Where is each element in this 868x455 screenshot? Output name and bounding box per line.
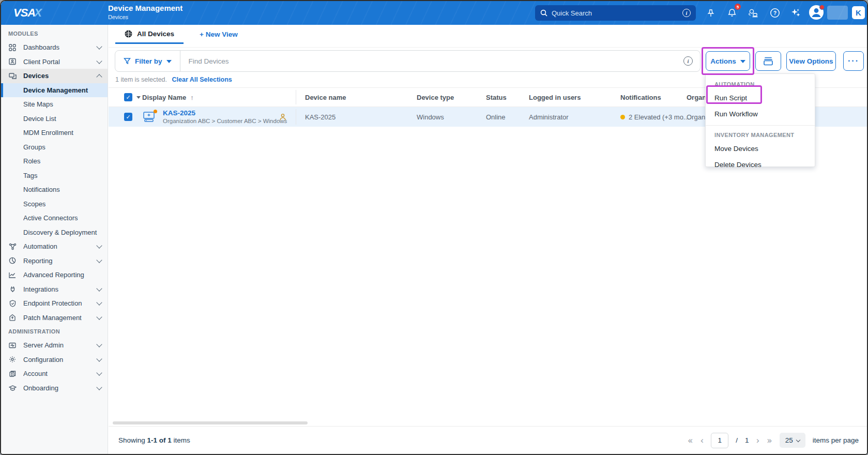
sidebar-item-reporting[interactable]: Reporting <box>1 254 108 268</box>
chevron-down-icon <box>96 58 102 64</box>
device-name-link[interactable]: KAS-2025 <box>163 109 287 117</box>
select-caret-icon[interactable] <box>136 96 141 99</box>
last-page-button[interactable]: » <box>767 435 772 446</box>
shield-check-icon <box>8 299 17 308</box>
chevron-down-icon <box>96 44 102 50</box>
automation-icon <box>8 242 17 251</box>
gear-icon <box>8 355 17 363</box>
sidebar-item-device-list[interactable]: Device List <box>1 112 108 126</box>
column-notifications[interactable]: Notifications <box>620 88 661 107</box>
sidebar-label: MDM Enrollment <box>23 129 101 136</box>
help-icon[interactable]: ? <box>768 6 782 20</box>
sidebar-section-administration: ADMINISTRATION <box>1 325 108 338</box>
sidebar-label: Account <box>23 370 97 377</box>
line-chart-icon <box>8 271 17 279</box>
saved-views-button[interactable] <box>755 51 781 71</box>
column-divider <box>296 109 296 125</box>
clear-all-selections-link[interactable]: Clear All Selections <box>172 76 232 83</box>
remote-control-icon[interactable] <box>746 6 760 20</box>
column-logged-in-users[interactable]: Logged in users <box>529 88 581 107</box>
filter-by-dropdown[interactable]: Filter by <box>115 51 180 71</box>
sidebar-item-tags[interactable]: Tags <box>1 169 108 183</box>
sidebar-item-advanced-reporting[interactable]: Advanced Reporting <box>1 268 108 282</box>
logo-x: X <box>34 6 41 20</box>
sidebar-label: Onboarding <box>23 384 97 392</box>
sidebar-item-integrations[interactable]: Integrations <box>1 282 108 297</box>
ai-sparkles-icon[interactable] <box>788 6 803 20</box>
prev-page-button[interactable]: ‹ <box>700 435 704 446</box>
sidebar-item-active-connectors[interactable]: Active Connectors <box>1 211 108 225</box>
column-display-name[interactable]: Display Name↑ <box>142 88 194 107</box>
sidebar-label: Endpoint Protection <box>23 299 97 307</box>
current-page-input[interactable]: 1 <box>711 433 728 448</box>
menu-item-delete-devices[interactable]: Delete Devices <box>706 157 815 173</box>
sort-asc-icon[interactable]: ↑ <box>190 94 194 101</box>
chevron-down-icon <box>96 314 102 320</box>
showing-items-text: Showing 1-1 of 1 items <box>118 436 190 444</box>
sidebar-item-discovery-deployment[interactable]: Discovery & Deployment <box>1 225 108 240</box>
svg-text:?: ? <box>773 10 776 16</box>
column-device-name[interactable]: Device name <box>305 88 346 107</box>
sidebar-item-devices[interactable]: Devices <box>1 69 108 83</box>
horizontal-scrollbar[interactable] <box>113 421 308 424</box>
sidebar-item-mdm-enrollment[interactable]: MDM Enrollment <box>1 126 108 140</box>
kaseya-logo[interactable]: K <box>852 6 865 19</box>
sidebar-item-account[interactable]: Account <box>1 367 108 381</box>
next-page-button[interactable]: › <box>756 435 759 446</box>
sidebar-item-onboarding[interactable]: Onboarding <box>1 381 108 396</box>
dashboards-grid-icon <box>8 43 17 52</box>
menu-section-inventory: INVENTORY MANAGEMENT <box>706 129 815 141</box>
cell-logged-in-users: Administrator <box>529 107 569 127</box>
sidebar-label: Discovery & Deployment <box>23 229 101 236</box>
sidebar-section-modules: MODULES <box>1 27 108 40</box>
sidebar-item-roles[interactable]: Roles <box>1 154 108 169</box>
app-window: VSAX Device Management Devices i 5 ? <box>0 0 868 455</box>
view-options-button[interactable]: View Options <box>786 51 836 71</box>
sidebar-item-site-maps[interactable]: Site Maps <box>1 97 108 112</box>
menu-item-run-workflow[interactable]: Run Workflow <box>706 106 815 122</box>
device-alert-dot <box>154 110 157 113</box>
actions-button[interactable]: Actions <box>706 51 750 71</box>
sidebar-item-automation[interactable]: Automation <box>1 239 108 254</box>
cell-notifications[interactable]: 2 Elevated (+3 mo... <box>620 107 689 127</box>
sidebar-item-configuration[interactable]: Configuration <box>1 353 108 367</box>
sidebar-label: Server Admin <box>23 341 97 349</box>
sidebar-label: Notifications <box>23 186 101 193</box>
filter-info-icon[interactable]: i <box>683 56 693 66</box>
column-status[interactable]: Status <box>486 88 507 107</box>
chevron-down-icon <box>96 257 102 263</box>
tab-all-devices[interactable]: All Devices <box>115 25 184 44</box>
cell-device-type: Windows <box>417 107 444 127</box>
menu-item-move-devices[interactable]: Move Devices <box>706 141 815 157</box>
notification-badge: 5 <box>735 4 741 10</box>
sidebar-item-client-portal[interactable]: Client Portal <box>1 55 108 69</box>
find-devices-input[interactable] <box>180 57 683 65</box>
select-all-checkbox[interactable]: ✓ <box>124 88 141 107</box>
items-per-page-select[interactable]: 25 <box>780 433 805 448</box>
device-type-icon <box>142 112 156 122</box>
tab-label: All Devices <box>137 30 174 38</box>
quick-search-input[interactable] <box>552 9 682 17</box>
sidebar-label: Site Maps <box>23 100 101 108</box>
tab-new-view[interactable]: + New View <box>192 25 245 44</box>
sidebar-item-server-admin[interactable]: Server Admin <box>1 338 108 353</box>
first-page-button[interactable]: « <box>688 435 693 446</box>
quick-search[interactable]: i <box>535 5 696 21</box>
sidebar-item-patch-management[interactable]: Patch Management <box>1 311 108 325</box>
column-device-type[interactable]: Device type <box>417 88 454 107</box>
redacted-username <box>827 6 848 20</box>
sidebar-item-groups[interactable]: Groups <box>1 140 108 155</box>
sidebar-label: Scopes <box>23 200 101 208</box>
notifications-bell-icon[interactable]: 5 <box>725 6 739 20</box>
sidebar-item-notifications[interactable]: Notifications <box>1 183 108 197</box>
sidebar-item-endpoint-protection[interactable]: Endpoint Protection <box>1 296 108 311</box>
sidebar-item-dashboards[interactable]: Dashboards <box>1 40 108 55</box>
search-info-icon[interactable]: i <box>682 9 691 17</box>
user-avatar[interactable] <box>809 5 824 20</box>
sidebar-item-device-management[interactable]: Device Management <box>1 83 108 98</box>
pin-icon[interactable] <box>704 6 718 20</box>
menu-item-run-script[interactable]: Run Script <box>706 90 815 106</box>
row-checkbox[interactable]: ✓ <box>124 107 132 127</box>
sidebar-item-scopes[interactable]: Scopes <box>1 197 108 211</box>
more-options-button[interactable]: ··· <box>843 51 864 71</box>
